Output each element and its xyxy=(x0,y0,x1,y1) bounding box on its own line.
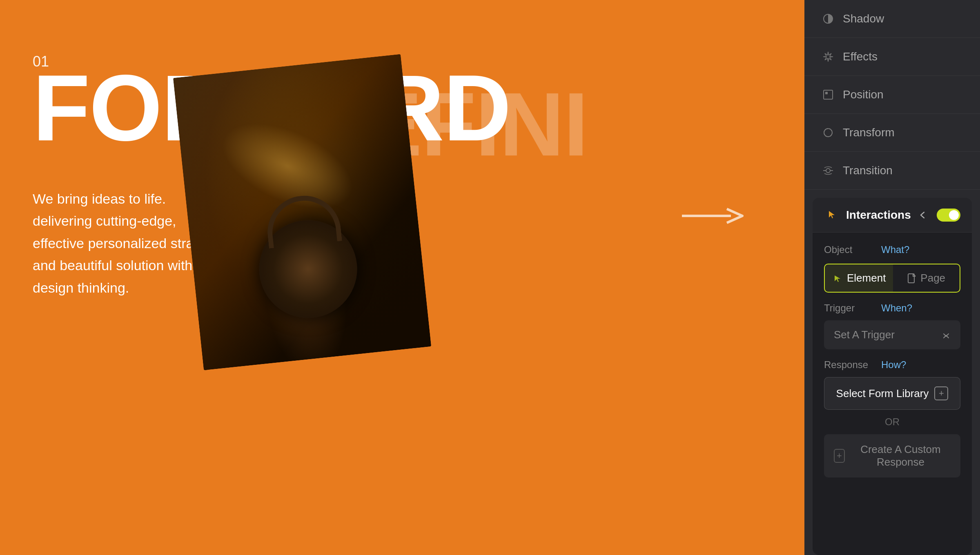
interactions-toggle[interactable] xyxy=(937,209,960,222)
page-icon xyxy=(907,273,916,284)
interactions-title: Interactions xyxy=(846,209,915,222)
trigger-dropdown[interactable]: Set A Trigger xyxy=(824,320,960,349)
interactions-icon xyxy=(824,207,840,223)
or-divider: OR xyxy=(824,416,960,428)
response-label: Response xyxy=(824,359,873,371)
effects-icon xyxy=(821,49,835,64)
effects-section[interactable]: Effects xyxy=(804,38,980,76)
select-form-button[interactable]: Select Form Library + xyxy=(824,377,960,410)
interactions-panel: Interactions Object What? E xyxy=(813,198,972,555)
interactions-body: Object What? Element Page xyxy=(813,233,972,489)
element-btn[interactable]: Element xyxy=(825,264,893,292)
page-btn[interactable]: Page xyxy=(893,264,960,292)
canvas: 01 FORWARD 02 DEFINI We bring ideas to l… xyxy=(0,0,804,555)
headphone-image xyxy=(173,54,431,371)
create-custom-plus-icon: + xyxy=(834,449,845,463)
trigger-label: Trigger xyxy=(824,302,873,314)
back-button[interactable] xyxy=(915,207,931,223)
position-label: Position xyxy=(843,88,884,101)
position-icon xyxy=(821,87,835,102)
right-panel: Shadow Effects Position Transform xyxy=(804,0,980,555)
effects-label: Effects xyxy=(843,50,878,63)
interactions-header: Interactions xyxy=(813,198,972,233)
arrow-icon xyxy=(682,204,747,229)
trigger-row: Trigger When? xyxy=(824,302,960,314)
transition-label: Transition xyxy=(843,164,893,177)
select-form-plus-icon: + xyxy=(934,386,948,400)
element-icon xyxy=(832,273,843,284)
shadow-section[interactable]: Shadow xyxy=(804,0,980,38)
chevron-icon xyxy=(942,331,951,340)
transform-section[interactable]: Transform xyxy=(804,114,980,152)
svg-rect-3 xyxy=(825,92,828,94)
svg-rect-0 xyxy=(682,215,731,217)
response-row: Response How? xyxy=(824,359,960,371)
trigger-placeholder: Set A Trigger xyxy=(834,329,895,341)
shadow-icon xyxy=(821,11,835,26)
create-custom-button[interactable]: + Create A Custom Response xyxy=(824,434,960,477)
svg-point-6 xyxy=(826,169,830,173)
response-hint: How? xyxy=(881,359,906,371)
trigger-hint: When? xyxy=(881,302,912,314)
arrow-container xyxy=(682,204,747,230)
object-hint: What? xyxy=(881,244,909,255)
transition-icon xyxy=(821,163,835,178)
shadow-label: Shadow xyxy=(843,12,884,25)
position-section[interactable]: Position xyxy=(804,76,980,114)
transform-icon xyxy=(821,125,835,140)
svg-rect-2 xyxy=(824,90,833,99)
object-toggle[interactable]: Element Page xyxy=(824,264,960,293)
object-row: Object What? xyxy=(824,244,960,255)
object-label: Object xyxy=(824,244,873,255)
transition-section[interactable]: Transition xyxy=(804,152,980,190)
transform-label: Transform xyxy=(843,126,895,139)
